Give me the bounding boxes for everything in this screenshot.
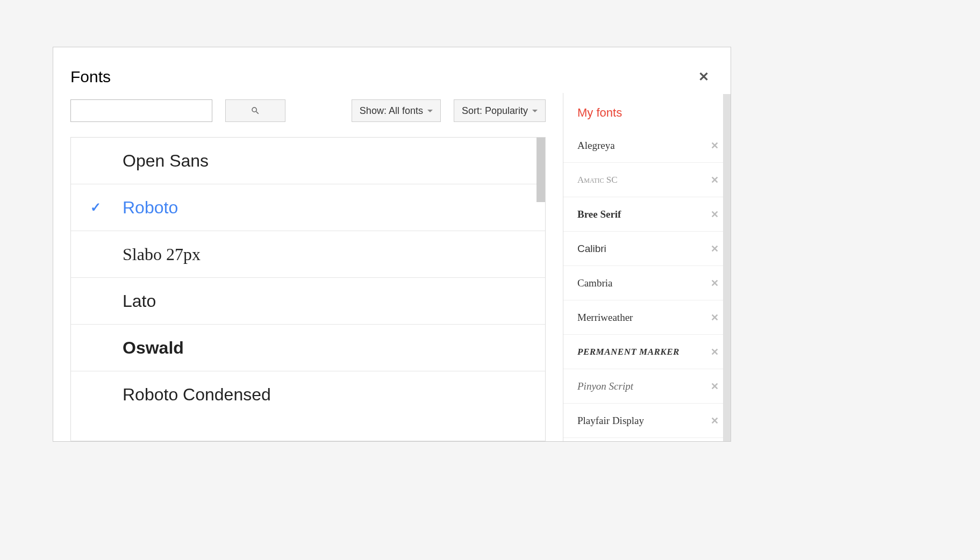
remove-font-button[interactable]: ✕ xyxy=(711,174,719,186)
font-list-container: Open Sans✓RobotoSlabo 27pxLatoOswaldRobo… xyxy=(70,137,546,441)
close-icon: ✕ xyxy=(711,312,719,323)
my-font-item[interactable]: Merriweather✕ xyxy=(563,300,731,335)
my-font-label: Cambria xyxy=(577,277,612,289)
my-font-item[interactable]: Permanent Marker✕ xyxy=(563,335,731,369)
my-font-label: Amatic SC xyxy=(577,175,618,185)
search-button[interactable] xyxy=(225,99,285,122)
my-font-item[interactable]: Amatic SC✕ xyxy=(563,163,731,197)
close-icon: ✕ xyxy=(711,415,719,426)
close-icon: ✕ xyxy=(711,209,719,220)
show-filter-dropdown[interactable]: Show: All fonts xyxy=(352,99,441,122)
font-item[interactable]: Slabo 27px xyxy=(71,231,545,278)
my-fonts-header: My fonts xyxy=(563,93,731,128)
controls-row: Show: All fonts Sort: Popularity xyxy=(70,99,546,137)
caret-down-icon xyxy=(427,110,433,112)
my-font-item[interactable]: Alegreya✕ xyxy=(563,128,731,163)
sort-label: Sort: Popularity xyxy=(462,105,528,117)
sort-dropdown[interactable]: Sort: Popularity xyxy=(454,99,546,122)
font-item[interactable]: Open Sans xyxy=(71,138,545,184)
font-name-label: Open Sans xyxy=(123,151,209,171)
caret-down-icon xyxy=(532,110,538,112)
font-name-label: Lato xyxy=(123,291,156,311)
font-item[interactable]: Roboto Condensed xyxy=(71,371,545,418)
close-icon: ✕ xyxy=(711,347,719,357)
right-panel: My fonts Alegreya✕Amatic SC✕Bree Serif✕C… xyxy=(563,93,731,441)
remove-font-button[interactable]: ✕ xyxy=(711,243,719,255)
my-font-label: Calibri xyxy=(577,243,606,255)
remove-font-button[interactable]: ✕ xyxy=(711,415,719,427)
my-font-label: Bree Serif xyxy=(577,209,621,220)
remove-font-button[interactable]: ✕ xyxy=(711,140,719,152)
my-font-label: Playfair Display xyxy=(577,415,644,427)
check-column: ✓ xyxy=(90,200,123,215)
my-font-item[interactable]: Cambria✕ xyxy=(563,266,731,300)
remove-font-button[interactable]: ✕ xyxy=(711,312,719,324)
remove-font-button[interactable]: ✕ xyxy=(711,277,719,289)
close-icon: ✕ xyxy=(698,69,709,84)
my-font-label: Merriweather xyxy=(577,312,633,324)
left-panel: Show: All fonts Sort: Popularity Open Sa… xyxy=(53,93,563,441)
remove-font-button[interactable]: ✕ xyxy=(711,346,719,358)
my-font-label: Pinyon Script xyxy=(577,380,633,392)
font-item[interactable]: Lato xyxy=(71,278,545,325)
dialog-header: Fonts ✕ xyxy=(53,47,731,93)
font-name-label: Roboto xyxy=(123,198,178,218)
my-font-item[interactable]: Calibri✕ xyxy=(563,232,731,266)
check-icon: ✓ xyxy=(90,200,101,215)
font-item[interactable]: Oswald xyxy=(71,325,545,371)
close-icon: ✕ xyxy=(711,278,719,289)
close-icon: ✕ xyxy=(711,140,719,151)
my-font-item[interactable]: Pinyon Script✕ xyxy=(563,369,731,404)
font-name-label: Slabo 27px xyxy=(123,245,201,264)
my-font-label: Permanent Marker xyxy=(577,347,679,357)
fonts-dialog: Fonts ✕ Show: All fonts Sort: Popula xyxy=(53,47,731,442)
scrollbar-thumb[interactable] xyxy=(537,138,545,202)
font-item[interactable]: ✓Roboto xyxy=(71,184,545,231)
my-font-label: Alegreya xyxy=(577,140,615,152)
dialog-body: Show: All fonts Sort: Popularity Open Sa… xyxy=(53,93,731,441)
search-icon xyxy=(251,106,260,116)
font-name-label: Roboto Condensed xyxy=(123,385,271,405)
my-fonts-list: Alegreya✕Amatic SC✕Bree Serif✕Calibri✕Ca… xyxy=(563,128,731,441)
remove-font-button[interactable]: ✕ xyxy=(711,209,719,220)
my-font-item[interactable]: Playfair Display✕ xyxy=(563,404,731,438)
font-name-label: Oswald xyxy=(123,338,184,358)
dialog-title: Fonts xyxy=(70,68,111,86)
right-scrollbar[interactable] xyxy=(723,94,731,442)
font-list: Open Sans✓RobotoSlabo 27pxLatoOswaldRobo… xyxy=(71,138,545,441)
remove-font-button[interactable]: ✕ xyxy=(711,380,719,392)
close-icon: ✕ xyxy=(711,243,719,254)
close-icon: ✕ xyxy=(711,381,719,392)
close-icon: ✕ xyxy=(711,175,719,185)
show-filter-label: Show: All fonts xyxy=(360,105,423,117)
my-font-item[interactable]: Bree Serif✕ xyxy=(563,197,731,232)
search-input[interactable] xyxy=(70,99,212,122)
close-button[interactable]: ✕ xyxy=(694,67,713,87)
